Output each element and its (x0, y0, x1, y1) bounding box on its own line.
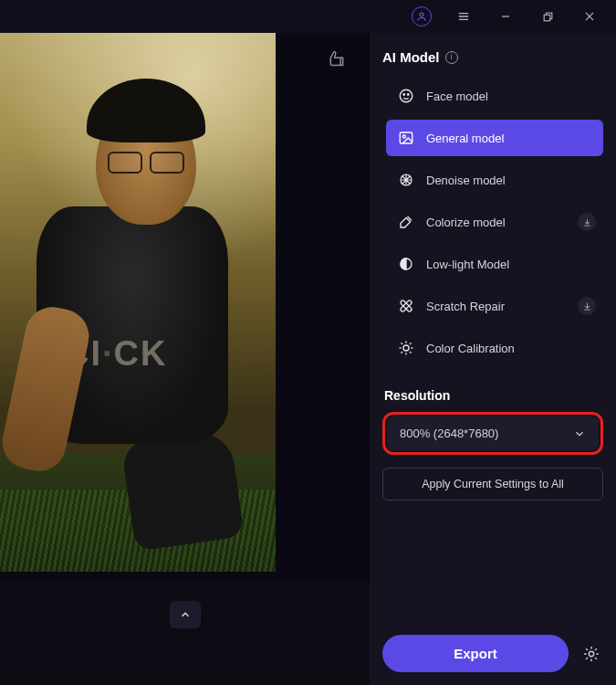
image-icon (397, 129, 415, 147)
minimize-icon (499, 10, 512, 23)
paint-icon (397, 213, 415, 231)
app-window: CI·CK AI Model (0, 0, 616, 685)
image-viewport[interactable]: CI·CK (0, 33, 370, 581)
model-label: Colorize model (426, 216, 506, 229)
export-row: Export (382, 635, 603, 672)
model-denoise[interactable]: Denoise model (386, 162, 603, 198)
model-lowlight[interactable]: Low-light Model (386, 246, 603, 282)
minimize-button[interactable] (485, 0, 527, 33)
maximize-button[interactable] (527, 0, 569, 33)
svg-rect-6 (544, 15, 550, 20)
download-icon[interactable] (578, 213, 596, 231)
model-list: Face model General model Denoise model (386, 78, 603, 366)
panel-header: AI Model i (382, 49, 603, 65)
model-label: General model (426, 132, 504, 145)
hamburger-icon (456, 9, 471, 24)
bandage-icon (397, 297, 415, 315)
close-button[interactable] (569, 0, 611, 33)
brightness-icon (397, 339, 415, 357)
thumbs-down-button[interactable] (328, 49, 346, 68)
close-icon (583, 10, 596, 23)
apply-all-button[interactable]: Apply Current Settings to All (382, 468, 603, 501)
export-label: Export (454, 646, 497, 661)
preview-image: CI·CK (0, 33, 276, 572)
settings-panel: AI Model i Face model General model (370, 33, 616, 685)
chevron-up-icon (179, 608, 192, 621)
svg-point-20 (403, 345, 409, 351)
preview-pane: CI·CK (0, 33, 370, 685)
panel-title: AI Model (382, 49, 440, 65)
main-area: CI·CK AI Model (0, 33, 616, 685)
model-label: Face model (426, 90, 488, 103)
apply-label: Apply Current Settings to All (422, 478, 564, 490)
face-icon (397, 87, 415, 105)
menu-button[interactable] (443, 0, 485, 33)
collapse-thumbnails-button[interactable] (170, 601, 201, 628)
half-moon-icon (397, 255, 415, 273)
model-label: Low-light Model (426, 258, 509, 271)
svg-point-13 (402, 135, 405, 138)
preview-footer (0, 581, 370, 685)
model-label: Denoise model (426, 174, 506, 187)
user-icon (412, 6, 432, 26)
svg-line-25 (401, 342, 402, 344)
model-general[interactable]: General model (386, 120, 603, 156)
export-settings-button[interactable] (579, 642, 603, 666)
maximize-icon (542, 11, 554, 23)
svg-line-28 (401, 352, 402, 353)
svg-line-26 (410, 352, 412, 353)
titlebar (0, 0, 616, 33)
svg-line-27 (410, 342, 412, 344)
model-face[interactable]: Face model (386, 78, 603, 114)
resolution-dropdown[interactable]: 800% (2648*7680) (387, 416, 599, 450)
model-scratch[interactable]: Scratch Repair (386, 288, 603, 324)
gear-icon (582, 645, 600, 663)
download-icon[interactable] (578, 297, 596, 315)
denoise-icon (397, 171, 415, 189)
model-label: Scratch Repair (426, 300, 505, 313)
model-colorize[interactable]: Colorize model (386, 204, 603, 240)
export-button[interactable]: Export (382, 635, 569, 672)
model-color-calibration[interactable]: Color Calibration (386, 330, 603, 366)
svg-point-11 (408, 94, 410, 96)
svg-point-10 (403, 94, 405, 96)
svg-point-9 (400, 90, 412, 102)
resolution-value: 800% (2648*7680) (400, 427, 498, 440)
model-label: Color Calibration (426, 342, 515, 355)
info-icon[interactable]: i (445, 51, 458, 64)
chevron-down-icon (573, 427, 586, 440)
svg-point-0 (420, 13, 423, 16)
resolution-title: Resolution (384, 388, 603, 403)
svg-rect-12 (400, 132, 412, 143)
resolution-highlight: 800% (2648*7680) (382, 412, 603, 455)
svg-point-29 (589, 651, 593, 656)
account-button[interactable] (401, 0, 443, 33)
